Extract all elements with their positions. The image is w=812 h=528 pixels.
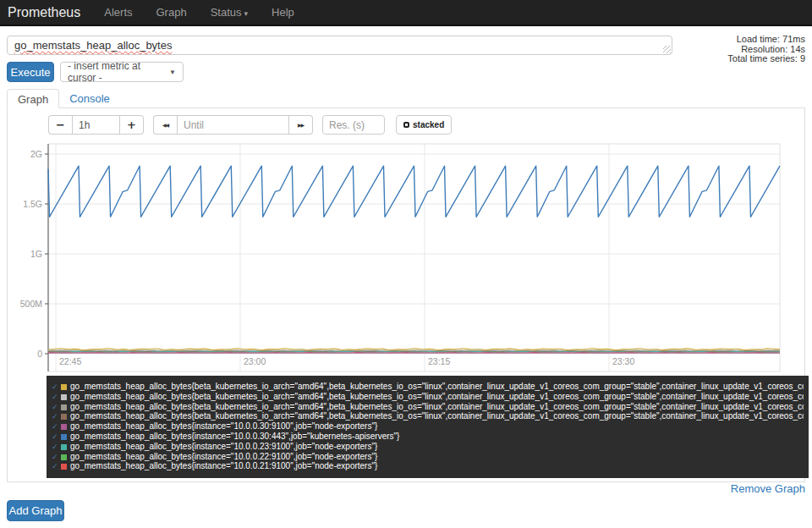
series-label: go_memstats_heap_alloc_bytes{beta_kubern… [70, 411, 804, 421]
select-caret-icon: ▼ [169, 69, 176, 76]
check-icon: ✓ [52, 462, 61, 471]
legend-item[interactable]: ✓go_memstats_heap_alloc_bytes{beta_kuber… [52, 382, 804, 392]
query-input[interactable]: go_memstats_heap_alloc_bytes [7, 36, 672, 55]
svg-text:23:00: 23:00 [244, 356, 266, 366]
graph-canvas[interactable]: 22:4523:0023:1523:300500M1G1.5G2G [8, 142, 804, 376]
nav-item-status[interactable]: Status▾ [199, 6, 260, 19]
prometheus-app: Prometheus Alerts Graph Status▾ Help go_… [0, 0, 812, 528]
brand-logo[interactable]: Prometheus [0, 5, 92, 20]
tab-bar: Graph Console [7, 89, 805, 108]
svg-text:2G: 2G [30, 149, 42, 159]
legend-item[interactable]: ✓go_memstats_heap_alloc_bytes{instance="… [52, 442, 804, 452]
series-color-swatch [61, 384, 67, 390]
series-color-swatch [61, 424, 67, 430]
check-icon: ✓ [52, 382, 61, 392]
graph-panel: − + ◀◀ ▶▶ stacked 22:4523:0023:1523:3005… [7, 108, 805, 482]
series-label: go_memstats_heap_alloc_bytes{instance="1… [70, 432, 399, 441]
check-icon: ✓ [52, 453, 61, 462]
legend-item[interactable]: ✓go_memstats_heap_alloc_bytes{instance="… [52, 461, 804, 471]
range-increase-button[interactable]: + [120, 115, 144, 135]
svg-text:0: 0 [37, 349, 42, 359]
svg-text:500M: 500M [20, 299, 42, 309]
tab-console[interactable]: Console [59, 89, 120, 107]
check-icon: ✓ [52, 432, 61, 442]
range-decrease-button[interactable]: − [48, 115, 72, 135]
check-icon: ✓ [52, 412, 61, 421]
time-forward-button[interactable]: ▶▶ [289, 115, 313, 135]
series-color-swatch [61, 434, 67, 440]
legend: ✓go_memstats_heap_alloc_bytes{beta_kuber… [47, 376, 809, 478]
svg-text:22:45: 22:45 [59, 356, 81, 366]
query-stats: Load time: 71ms Resolution: 14s Total ti… [619, 35, 805, 64]
series-color-swatch [61, 404, 67, 410]
check-icon: ✓ [52, 393, 61, 402]
series-label: go_memstats_heap_alloc_bytes{instance="1… [70, 452, 377, 461]
check-icon: ✓ [52, 422, 61, 432]
check-icon: ✓ [52, 403, 61, 412]
series-label: go_memstats_heap_alloc_bytes{beta_kubern… [70, 392, 804, 401]
range-input[interactable] [72, 115, 120, 135]
legend-item[interactable]: ✓go_memstats_heap_alloc_bytes{instance="… [52, 432, 804, 442]
series-label: go_memstats_heap_alloc_bytes{instance="1… [70, 461, 377, 470]
navbar: Prometheus Alerts Graph Status▾ Help [0, 0, 812, 26]
remove-graph-link[interactable]: Remove Graph [731, 482, 805, 495]
query-text: go_memstats_heap_alloc_bytes [14, 39, 172, 52]
stacked-toggle[interactable]: stacked [396, 115, 452, 135]
svg-text:23:30: 23:30 [612, 356, 634, 366]
nav-item-status-label: Status [211, 6, 242, 19]
series-label: go_memstats_heap_alloc_bytes{instance="1… [70, 421, 377, 431]
series-color-swatch [61, 414, 67, 420]
add-graph-button[interactable]: Add Graph [7, 500, 64, 521]
range-control-group: − + [48, 115, 144, 135]
metric-select-value: - insert metric at cursor - [68, 60, 169, 84]
series-color-swatch [61, 464, 67, 470]
stacked-label: stacked [413, 120, 444, 129]
time-control-group: ◀◀ ▶▶ [153, 115, 313, 135]
check-icon: ✓ [52, 443, 61, 452]
load-time: Load time: 71ms [619, 35, 805, 45]
svg-text:1G: 1G [30, 249, 42, 259]
checkbox-icon [403, 122, 409, 128]
legend-item[interactable]: ✓go_memstats_heap_alloc_bytes{beta_kuber… [52, 392, 804, 402]
series-label: go_memstats_heap_alloc_bytes{instance="1… [70, 442, 377, 451]
legend-item[interactable]: ✓go_memstats_heap_alloc_bytes{instance="… [52, 452, 804, 462]
graph-controls: − + ◀◀ ▶▶ stacked [48, 115, 452, 135]
nav-item-alerts[interactable]: Alerts [92, 6, 144, 19]
until-input[interactable] [177, 115, 289, 135]
series-color-swatch [61, 454, 67, 460]
series-color-swatch [61, 444, 67, 450]
legend-item[interactable]: ✓go_memstats_heap_alloc_bytes{beta_kuber… [52, 411, 804, 421]
execute-button[interactable]: Execute [7, 62, 54, 82]
metric-select[interactable]: - insert metric at cursor - ▼ [60, 62, 184, 82]
nav-item-help[interactable]: Help [260, 6, 306, 19]
resolution-input[interactable] [322, 115, 385, 135]
caret-down-icon: ▾ [244, 9, 249, 18]
legend-item[interactable]: ✓go_memstats_heap_alloc_bytes{beta_kuber… [52, 402, 804, 412]
series-color-swatch [61, 394, 67, 400]
tab-graph[interactable]: Graph [7, 89, 59, 108]
svg-text:23:15: 23:15 [428, 356, 450, 366]
svg-text:1.5G: 1.5G [23, 199, 42, 209]
series-label: go_memstats_heap_alloc_bytes{beta_kubern… [70, 402, 804, 411]
series-label: go_memstats_heap_alloc_bytes{beta_kubern… [70, 382, 804, 391]
nav-item-graph[interactable]: Graph [145, 6, 199, 19]
legend-item[interactable]: ✓go_memstats_heap_alloc_bytes{instance="… [52, 421, 804, 432]
total-time-series: Total time series: 9 [619, 54, 805, 64]
time-back-button[interactable]: ◀◀ [153, 115, 177, 135]
